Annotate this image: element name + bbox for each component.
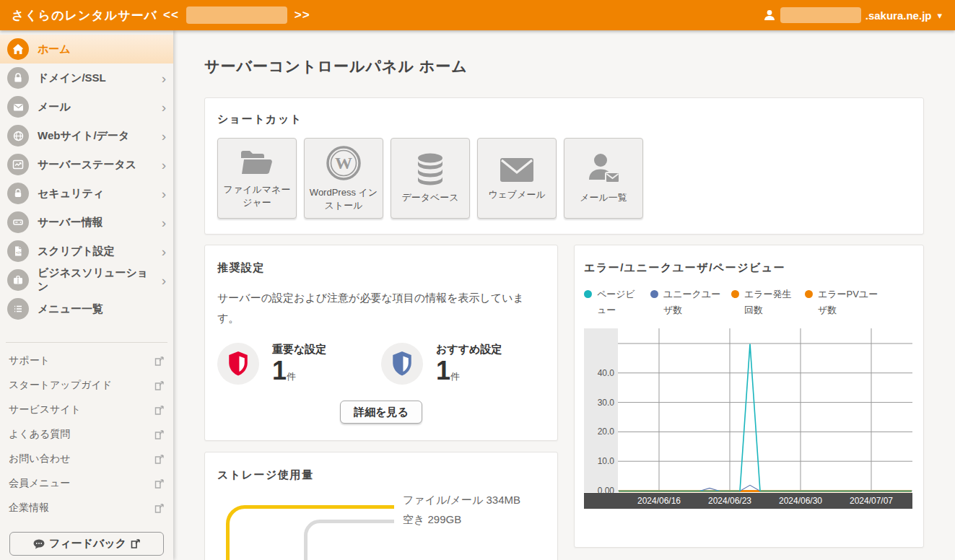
redacted-server-name	[186, 6, 287, 24]
external-link-icon	[130, 538, 141, 549]
legend-item-pageview: ページビュー	[584, 286, 650, 318]
feedback-label: フィードバック	[49, 537, 126, 551]
sidebar-link-faq[interactable]: よくある質問	[0, 422, 173, 447]
legend-dot-errors	[731, 290, 739, 298]
svg-text:2024/06/30: 2024/06/30	[779, 496, 822, 506]
svg-text:2024/07/07: 2024/07/07	[850, 496, 893, 506]
external-link-icon	[154, 380, 165, 391]
storage-gauge	[217, 485, 394, 560]
chevron-right-icon: ›	[162, 158, 166, 172]
sidebar-link-label: スタートアップガイド	[9, 379, 112, 392]
recommended-description: サーバーの設定および注意が必要な項目の情報を表示しています。	[217, 288, 545, 328]
redacted-account-name	[780, 7, 861, 23]
account-menu[interactable]: .sakura.ne.jp ▾	[763, 7, 942, 23]
sidebar-item-home[interactable]: ホーム	[0, 35, 173, 64]
sidebar-link-label: お問い合わせ	[9, 452, 70, 465]
shortcut-tiles: ファイルマネージャー W WordPress インストール データベース ウェブ…	[217, 138, 911, 219]
mail-icon	[7, 96, 29, 118]
storage-free-ring	[304, 520, 394, 560]
domain-ssl-icon	[7, 67, 29, 89]
main-content: サーバーコントロールパネル ホーム ショートカット ファイルマネージャー W W…	[173, 30, 955, 560]
svg-text:</>: </>	[16, 250, 22, 255]
database-icon	[412, 152, 448, 187]
app-title: さくらのレンタルサーバ	[12, 7, 157, 24]
sidebar-item-website-data[interactable]: Webサイト/データ ›	[0, 121, 173, 150]
uv-chart-svg: 0.0010.020.030.040.02024/06/162024/06/23…	[584, 328, 912, 510]
chevron-right-icon: ›	[162, 245, 166, 258]
bracket-close: >>	[295, 8, 310, 22]
script-settings-icon: </>	[7, 240, 29, 262]
important-shield-icon	[217, 343, 259, 385]
svg-text:20.0: 20.0	[598, 427, 615, 437]
storage-free-label: 空き 299GB	[403, 509, 520, 529]
chevron-down-icon: ▾	[937, 10, 942, 21]
external-link-icon	[154, 429, 165, 440]
svg-text:2024/06/23: 2024/06/23	[708, 496, 751, 506]
sidebar-item-label: メニュー一覧	[38, 302, 103, 316]
sidebar-item-label: セキュリティ	[38, 187, 104, 201]
external-link-icon	[154, 503, 165, 514]
chevron-right-icon: ›	[162, 100, 166, 114]
sidebar-item-label: スクリプト設定	[38, 245, 115, 258]
sidebar-link-contact[interactable]: お問い合わせ	[0, 447, 173, 471]
see-details-button[interactable]: 詳細を見る	[340, 401, 422, 424]
shortcut-wordpress-install[interactable]: W WordPress インストール	[304, 138, 383, 219]
chart-legend: ページビュー ユニークユーザ数 エラー発生回数 エラーPVユーザ数	[584, 286, 913, 318]
chevron-right-icon: ›	[162, 216, 166, 229]
sidebar-divider	[6, 342, 167, 343]
external-link-icon	[154, 478, 165, 489]
shortcut-label: ウェブメール	[481, 188, 553, 201]
storage-usage-label: ファイル/メール 334MB	[403, 490, 520, 509]
shield-row: 重要な設定 1件 おすすめ設定 1件	[217, 343, 545, 385]
wordpress-icon: W	[325, 144, 362, 182]
shortcut-label: ファイルマネージャー	[221, 183, 293, 209]
chart-area: 0.0010.020.030.040.02024/06/162024/06/23…	[584, 328, 913, 513]
legend-item-errors: エラー発生回数	[731, 286, 805, 318]
important-settings-group: 重要な設定 1件	[217, 343, 381, 385]
app-header: さくらのレンタルサーバ << >> .sakura.ne.jp ▾	[0, 0, 955, 30]
recommended-settings-label: おすすめ設定	[436, 343, 502, 356]
legend-item-error-pv-users: エラーPVユーザ数	[805, 286, 886, 318]
sidebar-link-label: 企業情報	[9, 502, 49, 515]
sidebar-link-startup-guide[interactable]: スタートアップガイド	[0, 373, 173, 398]
external-link-icon	[154, 356, 165, 367]
chevron-right-icon: ›	[162, 274, 166, 287]
feedback-button[interactable]: フィードバック	[9, 532, 164, 556]
sidebar-item-domain-ssl[interactable]: ドメイン/SSL ›	[0, 64, 173, 92]
shortcut-webmail[interactable]: ウェブメール	[477, 138, 557, 219]
home-icon	[7, 38, 29, 60]
sidebar-item-script-settings[interactable]: </> スクリプト設定 ›	[0, 237, 173, 266]
sidebar-item-label: ホーム	[38, 43, 71, 56]
sidebar-item-server-info[interactable]: サーバー情報 ›	[0, 208, 173, 237]
sidebar-link-service-site[interactable]: サービスサイト	[0, 398, 173, 422]
shortcut-file-manager[interactable]: ファイルマネージャー	[217, 138, 297, 219]
recommended-settings-count: 1件	[436, 356, 502, 385]
shortcut-mail-list[interactable]: メール一覧	[564, 138, 643, 219]
chevron-right-icon: ›	[162, 71, 166, 85]
app-title-area: さくらのレンタルサーバ << >>	[12, 6, 310, 24]
shortcut-label: WordPress インストール	[308, 186, 380, 211]
sidebar-link-company-info[interactable]: 企業情報	[0, 496, 173, 520]
server-info-icon	[7, 211, 29, 233]
sidebar-item-security[interactable]: セキュリティ ›	[0, 179, 173, 208]
legend-item-unique-users: ユニークユーザ数	[650, 286, 731, 318]
shortcut-database[interactable]: データベース	[391, 138, 470, 219]
sidebar-link-member-menu[interactable]: 会員メニュー	[0, 471, 173, 496]
shortcuts-card: ショートカット ファイルマネージャー W WordPress インストール デー…	[204, 97, 924, 235]
sidebar-item-mail[interactable]: メール ›	[0, 92, 173, 121]
storage-title: ストレージ使用量	[217, 468, 545, 482]
mail-list-icon	[585, 152, 622, 187]
svg-text:30.0: 30.0	[598, 398, 615, 408]
sidebar-item-business-solution[interactable]: ビジネスソリューション ›	[0, 266, 173, 294]
menu-list-icon	[7, 298, 29, 320]
svg-text:40.0: 40.0	[598, 368, 615, 378]
sidebar-link-label: よくある質問	[9, 428, 70, 441]
recommended-title: 推奨設定	[217, 261, 545, 275]
sidebar-link-support[interactable]: サポート	[0, 349, 173, 373]
bracket-open: <<	[163, 8, 179, 22]
sidebar-item-label: ドメイン/SSL	[38, 71, 106, 85]
sidebar-item-menu-list[interactable]: メニュー一覧	[0, 294, 173, 323]
sidebar-item-label: ビジネスソリューション	[38, 266, 153, 294]
sidebar-item-server-status[interactable]: サーバーステータス ›	[0, 150, 173, 179]
speech-bubble-icon	[32, 538, 45, 550]
